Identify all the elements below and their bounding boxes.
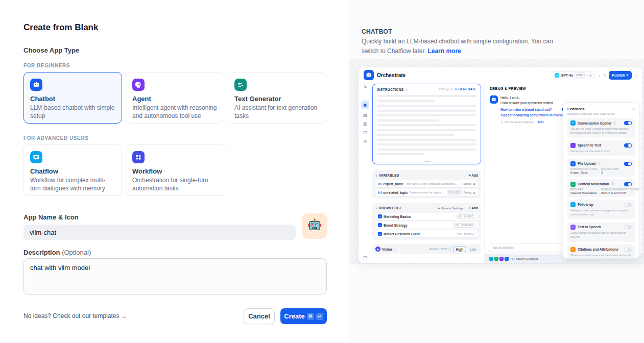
create-button[interactable]: Create ⌘ ↵ (280, 308, 327, 324)
opener-icon: ⊙ (500, 120, 503, 124)
feature-follow-up: ❞ Follow-up Setting up next questions su… (567, 200, 635, 219)
robot-emoji-icon (307, 217, 322, 235)
preview-body: ⇅ ▣ ▤ ▥ ▢ ◎ ▢ INSTRUCTIONS ⓘ (359, 83, 642, 263)
orchestrate-column: INSTRUCTIONS ⓘ 2182 {x} ⧉ ✦ GENERATE (372, 84, 481, 254)
chatbot-heading: CHATBOT (362, 28, 392, 35)
toggle (624, 203, 632, 207)
card-description: LLM-based chatbot with simple setup (30, 104, 115, 120)
follow-up-icon: ❞ (570, 202, 576, 207)
circle-plus-icon: ⊕ (473, 191, 475, 194)
variable-row: {x} unrelated_topic A placeholder for to… (375, 189, 478, 196)
feature-text-to-speech: ♫ Text to Speech Conversation messages c… (567, 222, 635, 242)
settings-icon: ⚙ (589, 74, 592, 77)
citations-icon: ✎ (570, 247, 576, 252)
app-type-card-agent[interactable]: Agent Intelligent agent with reasoning a… (126, 72, 224, 124)
chatbot-icon (30, 79, 42, 91)
instructions-title: INSTRUCTIONS (377, 88, 403, 91)
publish-button: Publish ∨ (609, 71, 631, 80)
description-textarea[interactable]: chat with vllm model (23, 258, 327, 295)
resize-handle (423, 161, 431, 162)
index-mode-badge: HQ · HYBRID (456, 232, 475, 236)
card-title: Workflow (132, 167, 220, 175)
model-selector: ✦ GPT-4o CHAT ♪ ⚙ (552, 71, 595, 79)
variable-row: {x} expert_name The name of the strategi… (375, 180, 478, 187)
app-name-input[interactable] (23, 225, 296, 240)
arrow-right-icon: → (121, 312, 127, 320)
index-mode-badge: HQ · INVERTED (453, 223, 475, 228)
folder-icon: ▭ (378, 214, 382, 218)
card-description: Workflow for complex multi-turn dialogue… (30, 177, 115, 193)
card-title: Text Generator (234, 95, 320, 103)
app-name-label: App Name & Icon (23, 213, 79, 221)
copy-icon: ⧉ (451, 88, 453, 91)
info-icon: ⓘ (611, 182, 614, 186)
learn-more-link[interactable]: Learn more (427, 47, 461, 55)
variables-section: ∨ VARIABLES + Add {x} expert_name The na… (372, 170, 481, 199)
info-icon: ⓘ (448, 248, 451, 251)
page-icon: ▢ (363, 130, 367, 135)
app-type-info-panel: CHATBOT Quickly build an LLM-based chatb… (349, 0, 644, 343)
chevron-down-icon: ∨ (598, 74, 600, 77)
top-strip (349, 0, 644, 20)
toggle (624, 162, 632, 166)
orchestrate-tab-icon: ▣ (361, 101, 369, 109)
collapse-icon: ▢ (363, 255, 367, 260)
feature-speech-to-text: ♪ Speech to Text Voice input can be used… (567, 140, 635, 156)
knowledge-section: ∨ KNOWLEDGE ⇄ Rerank Settings + Add ▭ Ma… (372, 203, 481, 240)
create-from-blank-panel: Create from Blank Choose App Type FOR BE… (0, 0, 349, 343)
features-panel: Features × Enhance web-app user experien… (563, 102, 639, 259)
app-type-card-workflow[interactable]: Workflow Orchestration for single-turn a… (126, 144, 226, 196)
char-count: 2182 (438, 88, 444, 91)
description-label: Description (Optional) (23, 249, 91, 256)
vision-row: ◉ Vision ⓘ RESOLUTION ⓘ High Low (372, 244, 481, 254)
card-description: Orchestration for single-turn automation… (132, 177, 220, 193)
preview-app-title: Orchestrate (377, 72, 406, 78)
info-icon: ⓘ (613, 121, 616, 125)
history-icon: ◷ (635, 74, 637, 77)
create-app-screen: Create from Blank Choose App Type FOR BE… (0, 0, 644, 343)
feature-conversation-opener: ❝ Conversation Opener ⓘ You are an entit… (567, 118, 635, 138)
templates-link[interactable]: No ideas? Check out our templates → (23, 312, 127, 320)
app-type-card-chatbot[interactable]: Chatbot LLM-based chatbot with simple se… (23, 72, 122, 124)
add-knowledge-button: + Add (469, 206, 478, 210)
chatbot-preview-illustration: Orchestrate ✦ GPT-4o CHAT ♪ ⚙ ∨ ⇅ Publis… (358, 67, 643, 263)
content-moderation-icon: ✓ (494, 257, 498, 261)
variable-icon: {x} (378, 191, 381, 194)
image-icon: ▤ (363, 113, 367, 117)
suggestion-link: Tips for analyzing competitors in marke (500, 113, 568, 117)
circle-plus-icon: ⊕ (473, 182, 475, 186)
conversation-opener-icon: ❝ (489, 257, 493, 261)
advanced-app-type-cards: Chatflow Workflow for complex multi-turn… (23, 144, 226, 196)
model-name: GPT-4o (561, 74, 574, 77)
page-title: Create from Blank (23, 22, 98, 33)
knowledge-row: ▭ Market Research Guide HQ · HYBRID (375, 230, 478, 237)
conversation-opener-row: ⊙ Conversation Opener Edit (500, 120, 568, 124)
cancel-button[interactable]: Cancel (244, 308, 275, 324)
beginner-app-type-cards: Chatbot LLM-based chatbot with simple se… (23, 72, 326, 124)
edit-link: Edit (538, 120, 543, 124)
card-description: AI assistant for text generation tasks (234, 104, 320, 120)
suggestion-link: How to make a brand stand out? (500, 108, 552, 111)
knowledge-row: ▭ Brand Strategy HQ · INVERTED (375, 222, 478, 229)
vision-icon: ◉ (375, 247, 380, 252)
app-type-card-text-generator[interactable]: Text Generator AI assistant for text gen… (228, 72, 326, 124)
knowledge-row: ▭ Marketing Basics HQ · HYBRID (375, 213, 478, 220)
chevron-down-icon: ∨ (375, 174, 377, 177)
bot-avatar (490, 95, 498, 104)
for-beginners-label: FOR BEGINNERS (23, 63, 70, 68)
model-provider-icon: ✦ (555, 73, 559, 78)
info-icon: ⓘ (405, 88, 408, 91)
debug-preview-title: DEBUG & PREVIEW (485, 83, 642, 90)
app-icon-picker[interactable] (302, 213, 327, 239)
toggle (624, 121, 632, 125)
add-variable-button: + Add (469, 174, 478, 177)
optional-hint: (Optional) (62, 249, 91, 256)
rerank-settings-button: ⇄ Rerank Settings (438, 206, 463, 210)
app-type-card-chatflow[interactable]: Chatflow Workflow for complex multi-turn… (23, 144, 122, 196)
agent-icon (132, 79, 145, 91)
resolution-high-chip: High (453, 247, 466, 252)
info-icon: ⓘ (393, 248, 396, 251)
feature-file-upload: ⇪ File Upload ⓘ SUPPORT FILE TYPES Image… (567, 159, 635, 177)
chatbot-description: Quickly build an LLM-based chatbot with … (362, 37, 570, 56)
info-icon: ⓘ (598, 162, 601, 165)
